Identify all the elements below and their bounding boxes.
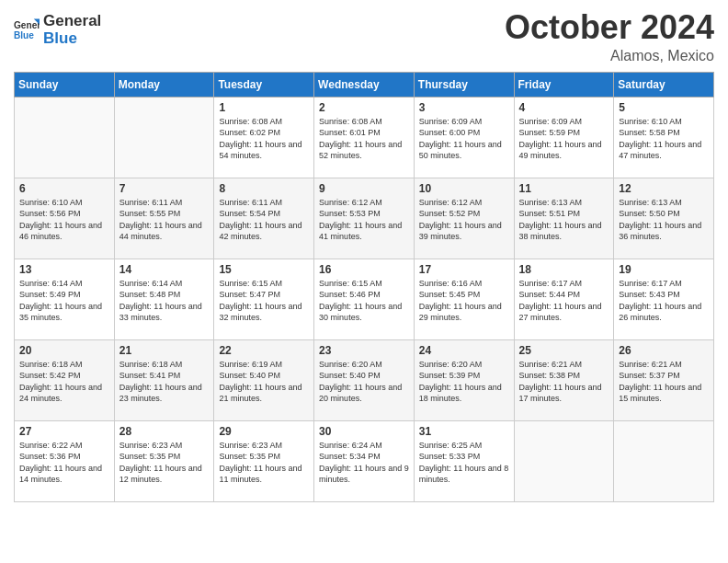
day-number: 16	[319, 263, 409, 276]
calendar-day-cell: 20Sunrise: 6:18 AM Sunset: 5:42 PM Dayli…	[15, 339, 115, 420]
svg-text:General: General	[14, 20, 40, 30]
day-info: Sunrise: 6:10 AM Sunset: 5:56 PM Dayligh…	[19, 197, 109, 243]
day-number: 9	[319, 182, 409, 195]
title-block: October 2024 Alamos, Mexico	[505, 9, 714, 64]
day-info: Sunrise: 6:22 AM Sunset: 5:36 PM Dayligh…	[19, 440, 109, 486]
calendar-day-cell: 23Sunrise: 6:20 AM Sunset: 5:40 PM Dayli…	[314, 339, 415, 420]
calendar-day-cell: 31Sunrise: 6:25 AM Sunset: 5:33 PM Dayli…	[414, 420, 514, 501]
calendar-week-row: 1Sunrise: 6:08 AM Sunset: 6:02 PM Daylig…	[15, 97, 714, 178]
calendar-header-row: SundayMondayTuesdayWednesdayThursdayFrid…	[15, 72, 714, 97]
day-info: Sunrise: 6:20 AM Sunset: 5:40 PM Dayligh…	[319, 359, 409, 405]
day-number: 28	[119, 425, 210, 438]
day-number: 1	[219, 101, 309, 114]
calendar-day-cell: 29Sunrise: 6:23 AM Sunset: 5:35 PM Dayli…	[214, 420, 314, 501]
logo-text-blue: Blue	[43, 30, 101, 48]
day-number: 27	[19, 425, 109, 438]
day-number: 20	[19, 344, 109, 357]
day-info: Sunrise: 6:12 AM Sunset: 5:53 PM Dayligh…	[319, 197, 409, 243]
logo-icon: General Blue	[14, 17, 40, 43]
day-info: Sunrise: 6:08 AM Sunset: 6:02 PM Dayligh…	[219, 116, 309, 162]
calendar-day-cell: 30Sunrise: 6:24 AM Sunset: 5:34 PM Dayli…	[314, 420, 415, 501]
day-info: Sunrise: 6:15 AM Sunset: 5:46 PM Dayligh…	[319, 278, 409, 324]
calendar-week-row: 20Sunrise: 6:18 AM Sunset: 5:42 PM Dayli…	[15, 339, 714, 420]
day-info: Sunrise: 6:18 AM Sunset: 5:42 PM Dayligh…	[19, 359, 109, 405]
calendar-day-cell: 2Sunrise: 6:08 AM Sunset: 6:01 PM Daylig…	[314, 97, 415, 178]
day-number: 30	[319, 425, 409, 438]
day-info: Sunrise: 6:15 AM Sunset: 5:47 PM Dayligh…	[219, 278, 309, 324]
weekday-header: Saturday	[614, 72, 714, 97]
day-info: Sunrise: 6:14 AM Sunset: 5:48 PM Dayligh…	[119, 278, 210, 324]
day-number: 6	[19, 182, 109, 195]
day-number: 4	[519, 101, 609, 114]
weekday-header: Wednesday	[314, 72, 415, 97]
day-info: Sunrise: 6:19 AM Sunset: 5:40 PM Dayligh…	[219, 359, 309, 405]
day-info: Sunrise: 6:18 AM Sunset: 5:41 PM Dayligh…	[119, 359, 210, 405]
day-number: 17	[419, 263, 509, 276]
day-number: 5	[619, 101, 709, 114]
calendar-day-cell: 13Sunrise: 6:14 AM Sunset: 5:49 PM Dayli…	[15, 259, 115, 339]
calendar-day-cell: 19Sunrise: 6:17 AM Sunset: 5:43 PM Dayli…	[614, 259, 714, 339]
calendar-day-cell: 11Sunrise: 6:13 AM Sunset: 5:51 PM Dayli…	[514, 178, 614, 259]
day-number: 13	[19, 263, 109, 276]
day-number: 23	[319, 344, 409, 357]
calendar-day-cell: 28Sunrise: 6:23 AM Sunset: 5:35 PM Dayli…	[114, 420, 214, 501]
page-container: General Blue General Blue October 2024 A…	[0, 0, 728, 516]
calendar-week-row: 27Sunrise: 6:22 AM Sunset: 5:36 PM Dayli…	[15, 420, 714, 501]
day-number: 29	[219, 425, 309, 438]
day-number: 19	[619, 263, 709, 276]
day-number: 14	[119, 263, 210, 276]
day-info: Sunrise: 6:09 AM Sunset: 5:59 PM Dayligh…	[519, 116, 609, 162]
calendar-day-cell: 1Sunrise: 6:08 AM Sunset: 6:02 PM Daylig…	[214, 97, 314, 178]
calendar-table: SundayMondayTuesdayWednesdayThursdayFrid…	[14, 72, 714, 502]
month-title: October 2024	[505, 9, 714, 46]
day-info: Sunrise: 6:11 AM Sunset: 5:55 PM Dayligh…	[119, 197, 210, 243]
calendar-day-cell: 25Sunrise: 6:21 AM Sunset: 5:38 PM Dayli…	[514, 339, 614, 420]
calendar-week-row: 13Sunrise: 6:14 AM Sunset: 5:49 PM Dayli…	[15, 259, 714, 339]
calendar-day-cell: 16Sunrise: 6:15 AM Sunset: 5:46 PM Dayli…	[314, 259, 415, 339]
weekday-header: Thursday	[414, 72, 514, 97]
calendar-week-row: 6Sunrise: 6:10 AM Sunset: 5:56 PM Daylig…	[15, 178, 714, 259]
day-number: 7	[119, 182, 210, 195]
day-info: Sunrise: 6:08 AM Sunset: 6:01 PM Dayligh…	[319, 116, 409, 162]
day-number: 12	[619, 182, 709, 195]
calendar-day-cell: 26Sunrise: 6:21 AM Sunset: 5:37 PM Dayli…	[614, 339, 714, 420]
location-title: Alamos, Mexico	[505, 48, 714, 64]
day-info: Sunrise: 6:21 AM Sunset: 5:38 PM Dayligh…	[519, 359, 609, 405]
calendar-day-cell: 27Sunrise: 6:22 AM Sunset: 5:36 PM Dayli…	[15, 420, 115, 501]
day-info: Sunrise: 6:13 AM Sunset: 5:50 PM Dayligh…	[619, 197, 709, 243]
day-info: Sunrise: 6:10 AM Sunset: 5:58 PM Dayligh…	[619, 116, 709, 162]
calendar-day-cell	[514, 420, 614, 501]
day-number: 25	[519, 344, 609, 357]
day-info: Sunrise: 6:25 AM Sunset: 5:33 PM Dayligh…	[419, 440, 509, 486]
calendar-day-cell: 6Sunrise: 6:10 AM Sunset: 5:56 PM Daylig…	[15, 178, 115, 259]
logo: General Blue General Blue	[14, 13, 101, 47]
day-info: Sunrise: 6:21 AM Sunset: 5:37 PM Dayligh…	[619, 359, 709, 405]
weekday-header: Monday	[114, 72, 214, 97]
day-number: 2	[319, 101, 409, 114]
logo-text-general: General	[43, 13, 101, 30]
calendar-day-cell: 21Sunrise: 6:18 AM Sunset: 5:41 PM Dayli…	[114, 339, 214, 420]
day-info: Sunrise: 6:20 AM Sunset: 5:39 PM Dayligh…	[419, 359, 509, 405]
day-number: 22	[219, 344, 309, 357]
day-info: Sunrise: 6:11 AM Sunset: 5:54 PM Dayligh…	[219, 197, 309, 243]
calendar-day-cell	[15, 97, 115, 178]
day-info: Sunrise: 6:12 AM Sunset: 5:52 PM Dayligh…	[419, 197, 509, 243]
calendar-day-cell: 7Sunrise: 6:11 AM Sunset: 5:55 PM Daylig…	[114, 178, 214, 259]
day-number: 24	[419, 344, 509, 357]
day-info: Sunrise: 6:24 AM Sunset: 5:34 PM Dayligh…	[319, 440, 409, 486]
calendar-day-cell: 14Sunrise: 6:14 AM Sunset: 5:48 PM Dayli…	[114, 259, 214, 339]
day-number: 21	[119, 344, 210, 357]
day-number: 8	[219, 182, 309, 195]
calendar-day-cell: 8Sunrise: 6:11 AM Sunset: 5:54 PM Daylig…	[214, 178, 314, 259]
weekday-header: Sunday	[15, 72, 115, 97]
weekday-header: Friday	[514, 72, 614, 97]
calendar-day-cell: 18Sunrise: 6:17 AM Sunset: 5:44 PM Dayli…	[514, 259, 614, 339]
day-number: 10	[419, 182, 509, 195]
day-info: Sunrise: 6:14 AM Sunset: 5:49 PM Dayligh…	[19, 278, 109, 324]
calendar-day-cell: 3Sunrise: 6:09 AM Sunset: 6:00 PM Daylig…	[414, 97, 514, 178]
day-info: Sunrise: 6:16 AM Sunset: 5:45 PM Dayligh…	[419, 278, 509, 324]
calendar-day-cell: 17Sunrise: 6:16 AM Sunset: 5:45 PM Dayli…	[414, 259, 514, 339]
day-number: 11	[519, 182, 609, 195]
calendar-day-cell: 12Sunrise: 6:13 AM Sunset: 5:50 PM Dayli…	[614, 178, 714, 259]
day-info: Sunrise: 6:09 AM Sunset: 6:00 PM Dayligh…	[419, 116, 509, 162]
